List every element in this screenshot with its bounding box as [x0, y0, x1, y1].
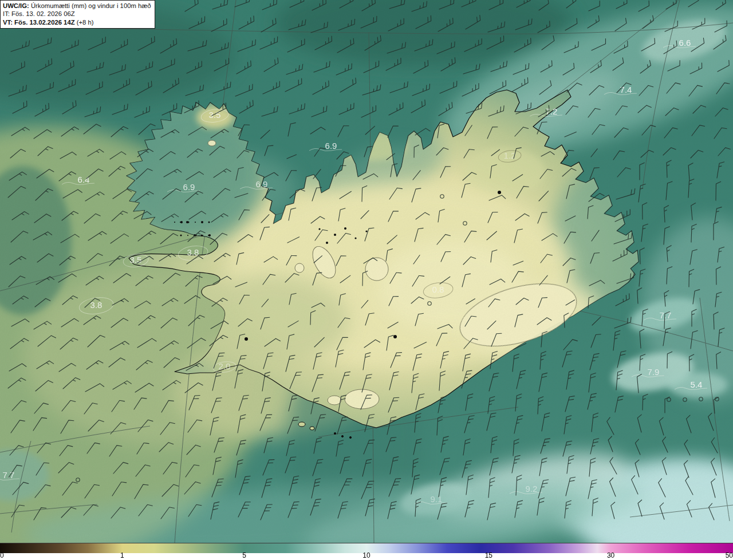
grain-overlay [0, 0, 733, 543]
colorbar-tick-labels: 01510153050 [0, 553, 733, 560]
weather-map-canvas: 6.67.47.23.56.96.46.96.91.23.83.53.80.87… [0, 0, 733, 543]
valid-time-offset: (+8 h) [75, 19, 94, 26]
product-prefix: UWC/IG: [3, 2, 29, 9]
colorbar-tick: 1 [120, 552, 124, 559]
colorbar: 01510153050 [0, 543, 733, 560]
init-time: IT: Fös. 13. 02. 2026 06Z [3, 10, 151, 18]
colorbar-tick: 10 [362, 552, 370, 559]
map-title-box: UWC/IG: Úrkomumætti (mm) og vindur i 100… [0, 0, 155, 29]
weather-map-page: 6.67.47.23.56.96.46.96.91.23.83.53.80.87… [0, 0, 733, 560]
valid-time-bold: VT: Fös. 13.02.2026 14Z [3, 19, 75, 26]
colorbar-tick: 5 [242, 552, 246, 559]
valid-time: VT: Fös. 13.02.2026 14Z (+8 h) [3, 18, 151, 26]
colorbar-tick: 30 [607, 552, 614, 559]
product-title: UWC/IG: Úrkomumætti (mm) og vindur i 100… [3, 2, 151, 10]
product-name: Úrkomumætti (mm) og vindur i 100m hæð [29, 2, 151, 9]
colorbar-tick: 0 [0, 552, 4, 559]
colorbar-tick: 15 [485, 552, 492, 559]
colorbar-tick: 50 [726, 552, 733, 559]
